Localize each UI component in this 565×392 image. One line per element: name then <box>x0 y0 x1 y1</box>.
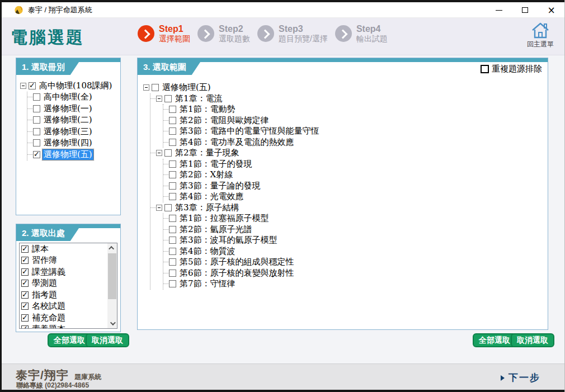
close-button[interactable]: × <box>538 2 564 18</box>
source-label[interactable]: 指考題 <box>31 290 58 300</box>
checkbox[interactable] <box>21 245 29 253</box>
checkbox[interactable] <box>33 151 40 158</box>
source-list-item[interactable]: 課堂講義 <box>20 266 117 278</box>
range-select-all-button[interactable]: 全部選取 <box>473 333 516 347</box>
checkbox[interactable] <box>169 106 176 113</box>
checkbox[interactable] <box>169 193 176 200</box>
tree-label[interactable]: 第4節：物質波 <box>178 246 237 257</box>
checkbox[interactable] <box>21 291 29 299</box>
checkbox[interactable] <box>21 325 29 329</box>
tree-label[interactable]: 第5節：原子核的組成與穩定性 <box>178 257 295 267</box>
range-tree-root[interactable]: 選修物理(五) <box>143 82 547 93</box>
checkbox[interactable] <box>33 105 40 112</box>
checkbox[interactable] <box>21 257 29 264</box>
section-item[interactable]: 第2節：X射線 <box>163 169 547 181</box>
tree-label[interactable]: 第2節：電阻與歐姆定律 <box>178 115 270 126</box>
section-item[interactable]: 第2節：電阻與歐姆定律 <box>163 115 547 126</box>
checkbox[interactable] <box>21 280 29 287</box>
chapter-item[interactable]: 第1章：電流 <box>150 93 547 105</box>
expand-toggle-icon[interactable] <box>156 96 162 102</box>
section-item[interactable]: 第7節：守恆律 <box>163 278 547 290</box>
checkbox[interactable] <box>164 95 172 102</box>
tree-label[interactable]: 第1節：電動勢 <box>178 104 237 115</box>
tree-label[interactable]: 選修物理(五) <box>161 82 212 93</box>
maximize-button[interactable] <box>512 2 538 18</box>
book-tree-item[interactable]: 高中物理(全) <box>27 92 119 103</box>
section-item[interactable]: 第6節：原子核的衰變與放射性 <box>163 268 547 279</box>
checkbox[interactable] <box>33 93 40 101</box>
source-list-scrollbar[interactable] <box>107 243 117 328</box>
section-item[interactable]: 第5節：原子核的組成與穩定性 <box>163 257 547 268</box>
tree-label[interactable]: 第3節：電路中的電量守恆與能量守恆 <box>178 126 321 136</box>
checkbox[interactable] <box>169 127 176 135</box>
section-item[interactable]: 第1節：拉塞福原子模型 <box>163 213 547 224</box>
book-tree-item[interactable]: 選修物理(三) <box>27 126 119 138</box>
source-label[interactable]: 補充命題 <box>31 313 67 323</box>
tree-label[interactable]: 選修物理(二) <box>43 115 93 125</box>
tree-label[interactable]: 第7節：守恆律 <box>178 278 237 289</box>
source-list-item[interactable]: 素養題本 <box>20 324 117 329</box>
scrollbar-down-button[interactable] <box>107 319 117 328</box>
section-item[interactable]: 第4節：電功率及電流的熱效應 <box>163 137 547 148</box>
home-button[interactable]: 回主選單 <box>522 21 559 53</box>
source-label[interactable]: 習作簿 <box>31 255 58 266</box>
source-list-item[interactable]: 學測題 <box>20 278 117 290</box>
checkbox[interactable] <box>21 303 29 310</box>
source-list-item[interactable]: 習作簿 <box>20 255 117 267</box>
section-item[interactable]: 第3節：波耳的氫原子模型 <box>163 235 547 246</box>
tree-label[interactable]: 第2章：量子現象 <box>174 148 241 158</box>
expand-toggle-icon[interactable] <box>156 205 162 211</box>
checkbox[interactable] <box>21 268 29 276</box>
tree-label[interactable]: 第6節：原子核的衰變與放射性 <box>178 268 295 278</box>
source-label[interactable]: 課本 <box>31 244 50 254</box>
next-step-button[interactable]: 下一步 <box>501 371 540 384</box>
checkbox[interactable] <box>169 270 176 277</box>
section-item[interactable]: 第3節：量子論的發現 <box>163 181 547 192</box>
tree-label[interactable]: 選修物理(三) <box>43 126 93 137</box>
checkbox[interactable] <box>169 258 176 266</box>
checkbox[interactable] <box>169 139 176 146</box>
tree-label[interactable]: 第3節：量子論的發現 <box>178 181 262 191</box>
section-item[interactable]: 第4節：物質波 <box>163 246 547 257</box>
tree-label[interactable]: 第4節：光電效應 <box>178 191 245 202</box>
tree-label[interactable]: 第1章：電流 <box>174 93 224 104</box>
checkbox[interactable] <box>33 128 40 135</box>
chapter-item[interactable]: 第2章：量子現象 <box>150 148 547 159</box>
tree-label[interactable]: 第2節：X射線 <box>178 169 234 180</box>
source-list-item[interactable]: 名校試題 <box>20 301 117 313</box>
book-tree-root[interactable]: 高中物理(108課綱) <box>20 80 119 92</box>
source-label[interactable]: 學測題 <box>31 278 58 289</box>
section-item[interactable]: 第4節：光電效應 <box>163 191 547 202</box>
tree-label[interactable]: 第1節：電子的發現 <box>178 159 253 169</box>
checkbox[interactable] <box>169 171 176 178</box>
source-list-item[interactable]: 補充命題 <box>20 312 117 324</box>
source-label[interactable]: 名校試題 <box>31 301 67 311</box>
tree-label[interactable]: 選修物理(五) <box>43 149 93 160</box>
tree-label[interactable]: 高中物理(108課綱) <box>38 81 113 91</box>
tree-label[interactable]: 第3節：波耳的氫原子模型 <box>178 235 279 245</box>
checkbox[interactable] <box>33 116 40 124</box>
checkbox[interactable] <box>169 160 176 168</box>
book-tree-item[interactable]: 選修物理(四) <box>27 138 119 149</box>
checkbox[interactable] <box>21 314 29 322</box>
expand-toggle-icon[interactable] <box>20 83 26 89</box>
checkbox[interactable] <box>169 248 176 255</box>
checkbox[interactable] <box>169 182 176 190</box>
range-deselect-button[interactable]: 取消選取 <box>511 333 554 347</box>
chapter-item[interactable]: 第3章：原子結構 <box>150 202 547 214</box>
tree-label[interactable]: 第1節：拉塞福原子模型 <box>178 213 270 224</box>
checkbox[interactable] <box>169 226 176 233</box>
checkbox[interactable] <box>169 280 176 287</box>
minimize-button[interactable] <box>486 2 512 18</box>
checkbox[interactable] <box>29 82 36 89</box>
source-deselect-button[interactable]: 取消選取 <box>86 333 129 347</box>
tree-label[interactable]: 第2節：氫原子光譜 <box>178 224 253 235</box>
section-item[interactable]: 第3節：電路中的電量守恆與能量守恆 <box>163 126 547 137</box>
scrollbar-up-button[interactable] <box>107 243 117 253</box>
tree-label[interactable]: 第3章：原子結構 <box>174 202 241 213</box>
source-label[interactable]: 素養題本 <box>31 324 67 329</box>
checkbox[interactable] <box>164 149 172 157</box>
tree-label[interactable]: 高中物理(全) <box>43 92 93 102</box>
expand-toggle-icon[interactable] <box>156 150 162 156</box>
source-label[interactable]: 課堂講義 <box>31 267 67 277</box>
